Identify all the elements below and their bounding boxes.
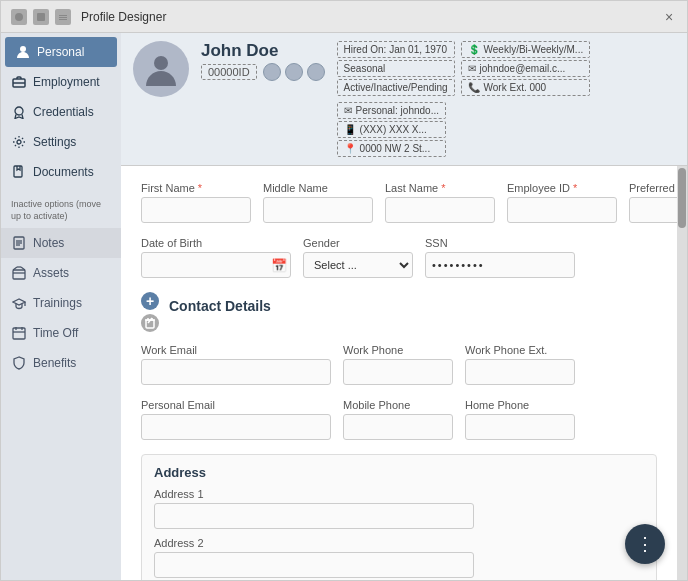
sidebar-label-benefits: Benefits (33, 356, 76, 370)
address1-label: Address 1 (154, 488, 644, 500)
svg-point-8 (15, 107, 23, 115)
hat-icon (11, 295, 27, 311)
scroll-track (677, 166, 687, 580)
sidebar-item-employment[interactable]: Employment (1, 67, 121, 97)
dob-label: Date of Birth (141, 237, 291, 249)
shield-icon (11, 355, 27, 371)
gender-select[interactable]: Select ... Male Female Non-Binary Prefer… (303, 252, 413, 278)
last-name-input[interactable] (385, 197, 495, 223)
preferred-name-label: Preferred Name (629, 182, 677, 194)
middle-name-input[interactable] (263, 197, 373, 223)
address2-input[interactable] (154, 552, 474, 578)
ssn-field: SSN (425, 237, 575, 278)
dob-input[interactable] (141, 252, 291, 278)
inactive-section-label: Inactive options (move up to activate) (1, 191, 121, 224)
svg-rect-1 (37, 13, 45, 21)
content-area: John Doe 00000ID Hired On: Jan 01, 1970 … (121, 33, 687, 580)
sidebar-item-personal[interactable]: Personal (5, 37, 117, 67)
title-bar-icons (11, 9, 71, 25)
box-icon (11, 265, 27, 281)
first-name-input[interactable] (141, 197, 251, 223)
title-icon-2 (33, 9, 49, 25)
mobile-phone-label: Mobile Phone (343, 399, 453, 411)
profile-id-row: 00000ID (201, 63, 325, 81)
personal-icon: ✉ (344, 105, 352, 116)
svg-rect-15 (13, 270, 25, 279)
home-phone-input[interactable] (465, 414, 575, 440)
middle-name-field: Middle Name (263, 182, 373, 223)
address2-label: Address 2 (154, 537, 644, 549)
work-phone-ext-input[interactable] (465, 359, 575, 385)
calendar-icon (11, 325, 27, 341)
employee-id-field: Employee ID * (507, 182, 617, 223)
scroll-thumb[interactable] (678, 168, 686, 228)
location-icon: 📍 (344, 143, 356, 154)
remove-contact-button[interactable] (141, 314, 159, 332)
mobile-icon: 📱 (344, 124, 356, 135)
svg-rect-3 (59, 17, 67, 18)
gender-field: Gender Select ... Male Female Non-Binary… (303, 237, 413, 278)
form-content: First Name * Middle Name Last Name * (121, 166, 677, 580)
dob-row: Date of Birth 📅 Gender Select ... Male (141, 237, 657, 278)
personal-email-input[interactable] (141, 414, 331, 440)
contact-row-1: Work Email Work Phone Work Phone Ext. (141, 344, 657, 385)
sidebar-item-benefits[interactable]: Benefits (1, 348, 121, 378)
mobile-phone-input[interactable] (343, 414, 453, 440)
preferred-name-field: Preferred Name (629, 182, 677, 223)
sidebar-label-personal: Personal (37, 45, 84, 59)
sidebar-item-notes[interactable]: Notes (1, 228, 121, 258)
close-button[interactable]: × (661, 9, 677, 25)
gender-label: Gender (303, 237, 413, 249)
sidebar-item-credentials[interactable]: Credentials (1, 97, 121, 127)
svg-point-9 (17, 140, 21, 144)
employee-id-input[interactable] (507, 197, 617, 223)
profile-dots (263, 63, 325, 81)
sidebar-item-timeoff[interactable]: Time Off (1, 318, 121, 348)
address1-input[interactable] (154, 503, 474, 529)
briefcase-icon (11, 74, 27, 90)
sidebar-label-credentials: Credentials (33, 105, 94, 119)
svg-rect-4 (59, 19, 67, 20)
fab-button[interactable]: ⋮ (625, 524, 665, 564)
work-email-input[interactable] (141, 359, 331, 385)
badge-col-2: 💲 Weekly/Bi-Weekly/M... ✉ johndoe@email.… (461, 41, 591, 96)
fab-icon: ⋮ (636, 535, 654, 553)
gear-icon (11, 134, 27, 150)
work-phone-input[interactable] (343, 359, 453, 385)
badge-phone: 📱 (XXX) XXX X... (337, 121, 446, 138)
doc-icon (11, 164, 27, 180)
sidebar-item-assets[interactable]: Assets (1, 258, 121, 288)
title-bar: Profile Designer × (1, 1, 687, 33)
title-icon-3 (55, 9, 71, 25)
profile-info: John Doe 00000ID (201, 41, 325, 81)
home-phone-field: Home Phone (465, 399, 575, 440)
preferred-name-input[interactable] (629, 197, 677, 223)
work-phone-field: Work Phone (343, 344, 453, 385)
ssn-input[interactable] (425, 252, 575, 278)
badge-personal-email: ✉ Personal: johndo... (337, 102, 446, 119)
address2-field: Address 2 (154, 537, 644, 578)
active-nav-section: Personal Employment Credentials (1, 33, 121, 191)
email-icon: ✉ (468, 63, 476, 74)
work-email-field: Work Email (141, 344, 331, 385)
sidebar-item-settings[interactable]: Settings (1, 127, 121, 157)
badge-address: 📍 0000 NW 2 St... (337, 140, 446, 157)
profile-name: John Doe (201, 41, 325, 61)
content-wrapper: First Name * Middle Name Last Name * (121, 166, 687, 580)
employee-id-label: Employee ID * (507, 182, 617, 194)
dob-date-wrapper: 📅 (141, 252, 291, 278)
contact-row-2: Personal Email Mobile Phone Home Phone (141, 399, 657, 440)
badge-col-1: Hired On: Jan 01, 1970 Seasonal Active/I… (337, 41, 455, 96)
sidebar-label-assets: Assets (33, 266, 69, 280)
sidebar-item-documents[interactable]: Documents (1, 157, 121, 187)
profile-dot-3 (307, 63, 325, 81)
personal-email-label: Personal Email (141, 399, 331, 411)
name-row: First Name * Middle Name Last Name * (141, 182, 657, 223)
title-icon-1 (11, 9, 27, 25)
svg-rect-10 (14, 166, 22, 177)
first-name-label: First Name * (141, 182, 251, 194)
sidebar-item-trainings[interactable]: Trainings (1, 288, 121, 318)
add-contact-button[interactable]: + (141, 292, 159, 310)
sidebar-label-documents: Documents (33, 165, 94, 179)
badge-pay-schedule: 💲 Weekly/Bi-Weekly/M... (461, 41, 591, 58)
